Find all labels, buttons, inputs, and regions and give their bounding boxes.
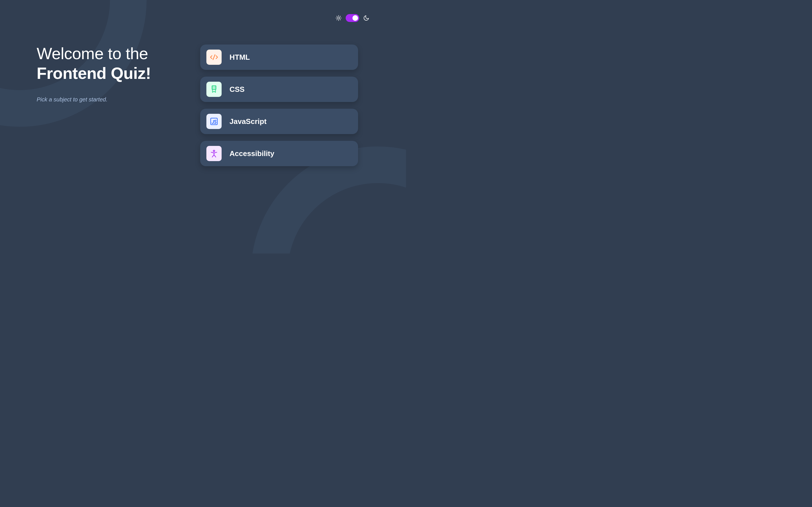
subtitle: Pick a subject to get started. bbox=[37, 96, 172, 103]
header bbox=[0, 0, 406, 22]
sun-icon bbox=[336, 15, 342, 21]
html-icon bbox=[206, 50, 221, 65]
svg-line-4 bbox=[340, 19, 340, 20]
heading-line-1: Welcome to the bbox=[37, 45, 172, 62]
accessibility-icon bbox=[206, 146, 221, 161]
intro-pane: Welcome to the Frontend Quiz! Pick a sub… bbox=[37, 45, 172, 166]
svg-point-0 bbox=[338, 17, 340, 19]
subject-label: CSS bbox=[230, 85, 245, 94]
svg-rect-12 bbox=[211, 118, 217, 124]
subject-label: HTML bbox=[230, 53, 250, 62]
javascript-icon bbox=[206, 114, 221, 129]
svg-rect-9 bbox=[212, 86, 216, 90]
theme-toggle-switch[interactable] bbox=[346, 14, 359, 22]
heading-line-2: Frontend Quiz! bbox=[37, 64, 172, 82]
main-container: Welcome to the Frontend Quiz! Pick a sub… bbox=[0, 22, 406, 166]
subject-list: HTML CSS JavaScript bbox=[200, 45, 358, 166]
css-icon bbox=[206, 82, 221, 97]
subject-card-html[interactable]: HTML bbox=[200, 45, 358, 70]
subject-label: JavaScript bbox=[230, 117, 267, 126]
theme-toggle-knob bbox=[352, 15, 358, 21]
subject-card-accessibility[interactable]: Accessibility bbox=[200, 141, 358, 166]
subject-card-javascript[interactable]: JavaScript bbox=[200, 109, 358, 134]
moon-icon bbox=[363, 15, 369, 21]
theme-toggle-group bbox=[336, 14, 369, 22]
svg-line-8 bbox=[340, 16, 340, 17]
svg-point-13 bbox=[213, 150, 214, 152]
svg-line-3 bbox=[337, 16, 337, 17]
svg-line-7 bbox=[337, 19, 337, 20]
subject-label: Accessibility bbox=[230, 149, 274, 158]
subject-card-css[interactable]: CSS bbox=[200, 76, 358, 102]
